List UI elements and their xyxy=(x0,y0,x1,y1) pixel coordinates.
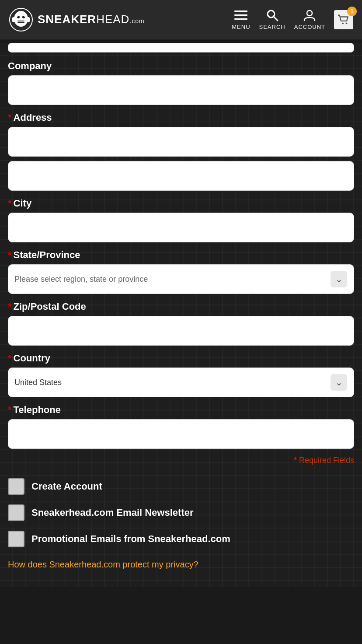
search-nav-item[interactable]: SEARCH xyxy=(259,9,285,30)
svg-point-13 xyxy=(307,10,312,16)
account-nav-item[interactable]: ACCOUNT xyxy=(294,9,325,30)
newsletter-checkbox[interactable] xyxy=(8,504,24,521)
country-label: *Country xyxy=(8,353,354,364)
account-label: ACCOUNT xyxy=(294,24,325,30)
menu-nav-item[interactable]: MENU xyxy=(232,9,250,30)
country-select[interactable]: United States Canada United Kingdom Aust… xyxy=(8,368,354,397)
logo[interactable]: SNEAKERHEAD.com xyxy=(9,7,145,32)
telephone-field-group: *Telephone xyxy=(8,404,354,449)
svg-point-1 xyxy=(14,11,28,27)
city-field-group: *City xyxy=(8,198,354,242)
promo-row: Promotional Emails from Sneakerhead.com xyxy=(8,531,354,547)
company-input[interactable] xyxy=(8,75,354,105)
logo-icon xyxy=(9,7,33,32)
newsletter-label: Sneakerhead.com Email Newsletter xyxy=(31,507,194,518)
city-input[interactable] xyxy=(8,213,354,242)
cart-badge: 1 xyxy=(347,7,357,16)
zip-field-group: *Zip/Postal Code xyxy=(8,301,354,346)
svg-rect-5 xyxy=(17,22,24,23)
checkboxes-area: Create Account Sneakerhead.com Email New… xyxy=(8,474,354,574)
state-select-wrapper: Please select region, state or province … xyxy=(8,264,354,294)
address-field-group: *Address xyxy=(8,112,354,191)
company-label: Company xyxy=(8,60,354,72)
required-fields-note: * Required Fields xyxy=(8,456,354,465)
country-select-wrapper: United States Canada United Kingdom Aust… xyxy=(8,368,354,397)
state-select[interactable]: Please select region, state or province … xyxy=(8,264,354,294)
logo-wordmark: SNEAKERHEAD.com xyxy=(38,13,145,26)
privacy-link[interactable]: How does Sneakerhead.com protect my priv… xyxy=(8,560,198,570)
country-field-group: *Country United States Canada United Kin… xyxy=(8,353,354,397)
cart-icon xyxy=(338,14,350,26)
create-account-checkbox[interactable] xyxy=(8,478,24,495)
svg-point-15 xyxy=(346,22,348,24)
svg-rect-6 xyxy=(12,17,16,22)
form-content: Company *Address *City *State/Province P… xyxy=(0,43,362,587)
promo-label: Promotional Emails from Sneakerhead.com xyxy=(31,533,230,545)
account-icon xyxy=(303,9,316,22)
zip-input[interactable] xyxy=(8,316,354,346)
search-label: SEARCH xyxy=(259,24,285,30)
menu-icon xyxy=(234,9,247,22)
partial-top-input xyxy=(8,43,354,52)
promo-checkbox[interactable] xyxy=(8,531,24,547)
nav-icons: MENU SEARCH ACCOUNT xyxy=(232,9,353,30)
address-input-1[interactable] xyxy=(8,127,354,157)
create-account-row: Create Account xyxy=(8,478,354,495)
telephone-input[interactable] xyxy=(8,419,354,449)
svg-line-12 xyxy=(274,17,278,21)
menu-label: MENU xyxy=(232,24,250,30)
state-field-group: *State/Province Please select region, st… xyxy=(8,249,354,294)
create-account-label: Create Account xyxy=(31,481,102,492)
state-label: *State/Province xyxy=(8,249,354,261)
header: SNEAKERHEAD.com MENU SEARCH ACCOUNT xyxy=(0,0,362,39)
svg-rect-10 xyxy=(234,18,247,20)
telephone-label: *Telephone xyxy=(8,404,354,416)
newsletter-row: Sneakerhead.com Email Newsletter xyxy=(8,504,354,521)
cart-nav-item[interactable]: 1 xyxy=(334,10,353,29)
address-label: *Address xyxy=(8,112,354,123)
address-input-2[interactable] xyxy=(8,161,354,191)
svg-point-14 xyxy=(342,22,344,24)
svg-rect-8 xyxy=(234,10,247,12)
svg-rect-4 xyxy=(17,21,24,21)
svg-rect-9 xyxy=(234,14,247,16)
company-field-group: Company xyxy=(8,60,354,105)
search-icon xyxy=(266,9,279,22)
zip-label: *Zip/Postal Code xyxy=(8,301,354,312)
city-label: *City xyxy=(8,198,354,209)
svg-rect-7 xyxy=(26,17,30,22)
